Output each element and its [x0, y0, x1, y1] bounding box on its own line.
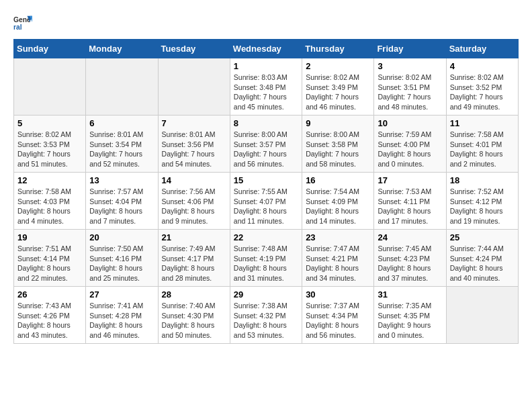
calendar-day-cell: 4Sunrise: 8:02 AM Sunset: 3:52 PM Daylig…: [446, 58, 518, 116]
day-of-week-header: Monday: [86, 40, 158, 58]
calendar-day-cell: 26Sunrise: 7:43 AM Sunset: 4:26 PM Dayli…: [14, 287, 86, 344]
day-info: Sunrise: 7:35 AM Sunset: 4:35 PM Dayligh…: [378, 301, 442, 340]
day-info: Sunrise: 7:58 AM Sunset: 4:03 PM Dayligh…: [17, 187, 82, 226]
day-info: Sunrise: 7:43 AM Sunset: 4:26 PM Dayligh…: [17, 301, 82, 340]
calendar-day-cell: 23Sunrise: 7:47 AM Sunset: 4:21 PM Dayli…: [302, 230, 374, 287]
day-info: Sunrise: 7:51 AM Sunset: 4:14 PM Dayligh…: [17, 244, 82, 283]
day-info: Sunrise: 8:02 AM Sunset: 3:52 PM Dayligh…: [450, 73, 515, 112]
day-number: 4: [450, 61, 515, 71]
day-number: 16: [306, 175, 370, 185]
calendar-day-cell: [14, 58, 86, 116]
day-info: Sunrise: 7:44 AM Sunset: 4:24 PM Dayligh…: [450, 244, 515, 283]
day-info: Sunrise: 7:53 AM Sunset: 4:11 PM Dayligh…: [378, 187, 442, 226]
calendar-day-cell: 21Sunrise: 7:49 AM Sunset: 4:17 PM Dayli…: [158, 230, 230, 287]
day-number: 3: [378, 61, 442, 71]
day-info: Sunrise: 7:41 AM Sunset: 4:28 PM Dayligh…: [89, 301, 154, 340]
calendar-day-cell: [158, 58, 230, 116]
calendar-day-cell: 18Sunrise: 7:52 AM Sunset: 4:12 PM Dayli…: [446, 173, 518, 230]
day-number: 7: [162, 118, 226, 128]
calendar-table: SundayMondayTuesdayWednesdayThursdayFrid…: [13, 39, 519, 344]
day-info: Sunrise: 7:56 AM Sunset: 4:06 PM Dayligh…: [162, 187, 226, 226]
calendar-week-row: 26Sunrise: 7:43 AM Sunset: 4:26 PM Dayli…: [14, 287, 519, 344]
day-of-week-header: Wednesday: [230, 40, 302, 58]
calendar-day-cell: 28Sunrise: 7:40 AM Sunset: 4:30 PM Dayli…: [158, 287, 230, 344]
calendar-day-cell: 25Sunrise: 7:44 AM Sunset: 4:24 PM Dayli…: [446, 230, 518, 287]
calendar-day-cell: 13Sunrise: 7:57 AM Sunset: 4:04 PM Dayli…: [86, 173, 158, 230]
day-number: 19: [17, 232, 82, 242]
day-number: 28: [162, 289, 226, 300]
day-number: 6: [89, 118, 154, 128]
calendar-day-cell: 12Sunrise: 7:58 AM Sunset: 4:03 PM Dayli…: [14, 173, 86, 230]
day-number: 31: [378, 289, 442, 300]
day-info: Sunrise: 8:00 AM Sunset: 3:57 PM Dayligh…: [234, 130, 298, 169]
day-number: 18: [450, 175, 515, 185]
day-number: 12: [17, 175, 82, 185]
day-number: 1: [234, 61, 298, 71]
calendar-header: SundayMondayTuesdayWednesdayThursdayFrid…: [14, 40, 519, 58]
svg-text:ral: ral: [13, 24, 22, 31]
day-info: Sunrise: 8:02 AM Sunset: 3:49 PM Dayligh…: [306, 73, 370, 112]
calendar-day-cell: 17Sunrise: 7:53 AM Sunset: 4:11 PM Dayli…: [374, 173, 446, 230]
logo: Gene ral: [13, 13, 35, 32]
calendar-week-row: 12Sunrise: 7:58 AM Sunset: 4:03 PM Dayli…: [14, 173, 519, 230]
day-info: Sunrise: 7:58 AM Sunset: 4:01 PM Dayligh…: [450, 130, 515, 169]
calendar-week-row: 1Sunrise: 8:03 AM Sunset: 3:48 PM Daylig…: [14, 58, 519, 116]
day-number: 5: [17, 118, 82, 128]
calendar-day-cell: 8Sunrise: 8:00 AM Sunset: 3:57 PM Daylig…: [230, 116, 302, 173]
calendar-day-cell: 22Sunrise: 7:48 AM Sunset: 4:19 PM Dayli…: [230, 230, 302, 287]
calendar-day-cell: 30Sunrise: 7:37 AM Sunset: 4:34 PM Dayli…: [302, 287, 374, 344]
day-number: 25: [450, 232, 515, 242]
calendar-day-cell: 15Sunrise: 7:55 AM Sunset: 4:07 PM Dayli…: [230, 173, 302, 230]
calendar-day-cell: 27Sunrise: 7:41 AM Sunset: 4:28 PM Dayli…: [86, 287, 158, 344]
day-number: 13: [89, 175, 154, 185]
logo-icon: Gene ral: [13, 13, 32, 32]
day-number: 14: [162, 175, 226, 185]
day-info: Sunrise: 8:01 AM Sunset: 3:56 PM Dayligh…: [162, 130, 226, 169]
day-number: 9: [306, 118, 370, 128]
day-info: Sunrise: 8:01 AM Sunset: 3:54 PM Dayligh…: [89, 130, 154, 169]
day-number: 21: [162, 232, 226, 242]
calendar-day-cell: 24Sunrise: 7:45 AM Sunset: 4:23 PM Dayli…: [374, 230, 446, 287]
calendar-day-cell: 1Sunrise: 8:03 AM Sunset: 3:48 PM Daylig…: [230, 58, 302, 116]
calendar-day-cell: 20Sunrise: 7:50 AM Sunset: 4:16 PM Dayli…: [86, 230, 158, 287]
calendar-day-cell: 14Sunrise: 7:56 AM Sunset: 4:06 PM Dayli…: [158, 173, 230, 230]
day-info: Sunrise: 7:49 AM Sunset: 4:17 PM Dayligh…: [162, 244, 226, 283]
day-info: Sunrise: 8:00 AM Sunset: 3:58 PM Dayligh…: [306, 130, 370, 169]
calendar-day-cell: 10Sunrise: 7:59 AM Sunset: 4:00 PM Dayli…: [374, 116, 446, 173]
day-number: 26: [17, 289, 82, 300]
day-info: Sunrise: 7:57 AM Sunset: 4:04 PM Dayligh…: [89, 187, 154, 226]
day-number: 17: [378, 175, 442, 185]
day-number: 20: [89, 232, 154, 242]
day-number: 24: [378, 232, 442, 242]
day-of-week-header: Tuesday: [158, 40, 230, 58]
day-info: Sunrise: 8:02 AM Sunset: 3:53 PM Dayligh…: [17, 130, 82, 169]
day-info: Sunrise: 7:59 AM Sunset: 4:00 PM Dayligh…: [378, 130, 442, 169]
day-number: 27: [89, 289, 154, 300]
day-info: Sunrise: 7:38 AM Sunset: 4:32 PM Dayligh…: [234, 301, 298, 340]
calendar-day-cell: 7Sunrise: 8:01 AM Sunset: 3:56 PM Daylig…: [158, 116, 230, 173]
day-info: Sunrise: 7:48 AM Sunset: 4:19 PM Dayligh…: [234, 244, 298, 283]
calendar-day-cell: 6Sunrise: 8:01 AM Sunset: 3:54 PM Daylig…: [86, 116, 158, 173]
day-info: Sunrise: 7:45 AM Sunset: 4:23 PM Dayligh…: [378, 244, 442, 283]
day-number: 2: [306, 61, 370, 71]
day-number: 10: [378, 118, 442, 128]
day-number: 8: [234, 118, 298, 128]
calendar-week-row: 5Sunrise: 8:02 AM Sunset: 3:53 PM Daylig…: [14, 116, 519, 173]
calendar-day-cell: 5Sunrise: 8:02 AM Sunset: 3:53 PM Daylig…: [14, 116, 86, 173]
day-info: Sunrise: 7:52 AM Sunset: 4:12 PM Dayligh…: [450, 187, 515, 226]
day-info: Sunrise: 8:02 AM Sunset: 3:51 PM Dayligh…: [378, 73, 442, 112]
calendar-day-cell: 31Sunrise: 7:35 AM Sunset: 4:35 PM Dayli…: [374, 287, 446, 344]
day-of-week-header: Friday: [374, 40, 446, 58]
calendar-day-cell: [86, 58, 158, 116]
calendar-day-cell: [446, 287, 518, 344]
calendar-day-cell: 3Sunrise: 8:02 AM Sunset: 3:51 PM Daylig…: [374, 58, 446, 116]
day-number: 22: [234, 232, 298, 242]
calendar-body: 1Sunrise: 8:03 AM Sunset: 3:48 PM Daylig…: [14, 58, 519, 344]
day-of-week-header: Saturday: [446, 40, 518, 58]
day-info: Sunrise: 7:37 AM Sunset: 4:34 PM Dayligh…: [306, 301, 370, 340]
calendar-day-cell: 2Sunrise: 8:02 AM Sunset: 3:49 PM Daylig…: [302, 58, 374, 116]
day-of-week-header: Thursday: [302, 40, 374, 58]
day-info: Sunrise: 7:55 AM Sunset: 4:07 PM Dayligh…: [234, 187, 298, 226]
day-number: 30: [306, 289, 370, 300]
calendar-day-cell: 19Sunrise: 7:51 AM Sunset: 4:14 PM Dayli…: [14, 230, 86, 287]
